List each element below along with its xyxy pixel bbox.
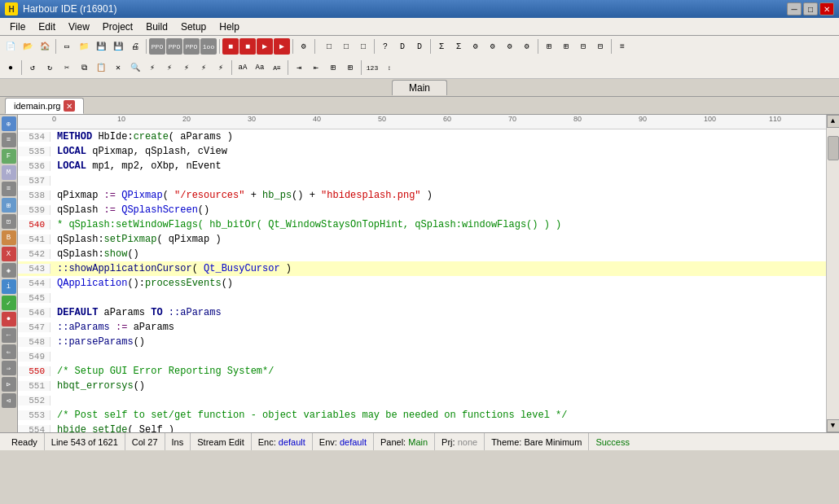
sidebar-btn-5[interactable]: ≡ xyxy=(2,182,16,196)
tb-extra1[interactable]: Σ xyxy=(433,38,450,55)
tb-debug1[interactable]: D xyxy=(394,38,411,55)
line-number: 536 xyxy=(18,161,51,171)
tb-extra6[interactable]: ⚙ xyxy=(519,38,535,55)
sidebar-btn-10[interactable]: ◈ xyxy=(2,263,16,278)
tb2-extra6[interactable]: ⊞ xyxy=(325,59,341,76)
tb-build3[interactable]: ▶ xyxy=(257,38,273,55)
menu-build[interactable]: Build xyxy=(139,20,174,34)
tb2-indent1[interactable]: ⇥ xyxy=(291,59,307,76)
tb2-extra3[interactable]: ⚡ xyxy=(178,59,195,76)
status-prj: Prj: none xyxy=(435,433,485,450)
sidebar-btn-2[interactable]: ≡ xyxy=(2,133,16,147)
main-area-label: Main xyxy=(392,80,447,95)
tb-extra4[interactable]: ⚙ xyxy=(485,38,501,55)
tb-extra5[interactable]: ⚙ xyxy=(502,38,518,55)
sidebar-btn-9[interactable]: X xyxy=(2,247,16,261)
menu-view[interactable]: View xyxy=(62,20,96,34)
maximize-button[interactable]: □ xyxy=(803,2,818,15)
tb-grid3[interactable]: ⊟ xyxy=(575,38,591,55)
tb-ext1[interactable]: ⚙ xyxy=(296,38,312,55)
sidebar-btn-17[interactable]: ⊳ xyxy=(2,377,16,392)
sidebar-btn-15[interactable]: ⇐ xyxy=(2,344,16,359)
sidebar-btn-4[interactable]: M xyxy=(2,165,16,180)
tb2-icon1[interactable]: ● xyxy=(2,59,19,76)
scroll-thumb[interactable] xyxy=(828,136,839,160)
tb2-redo[interactable]: ↻ xyxy=(42,59,58,76)
scroll-up-arrow[interactable]: ▲ xyxy=(827,115,840,128)
tb2-copy[interactable]: ⧉ xyxy=(76,59,92,76)
menu-project[interactable]: Project xyxy=(96,20,139,34)
toolbar-row-1: 📄 📂 🏠 ▭ 📁 💾 💾 🖨 PPO PPO PPO 1oo ■ ■ ▶ ▶ … xyxy=(0,36,839,57)
sidebar-btn-11[interactable]: i xyxy=(2,279,16,294)
tb2-num1[interactable]: 123 xyxy=(364,59,380,76)
menu-edit[interactable]: Edit xyxy=(32,20,62,34)
tb2-undo[interactable]: ↺ xyxy=(24,59,41,76)
tb2-cut[interactable]: ✂ xyxy=(59,59,75,76)
tb2-del[interactable]: ✕ xyxy=(110,59,126,76)
tab-close-button[interactable]: ✕ xyxy=(64,100,75,112)
tb-view2[interactable]: □ xyxy=(338,38,354,55)
tb2-num2[interactable]: ↕ xyxy=(381,59,398,76)
editor-tab-idemain[interactable]: idemain.prg ✕ xyxy=(5,98,84,114)
close-button[interactable]: ✕ xyxy=(819,2,834,15)
tb2-extra1[interactable]: ⚡ xyxy=(144,59,160,76)
sidebar-btn-6[interactable]: ⊞ xyxy=(2,198,16,213)
sidebar-btn-1[interactable]: ⊕ xyxy=(2,116,16,131)
tb-open[interactable]: 📁 xyxy=(76,38,92,55)
tb-debug2[interactable]: D xyxy=(411,38,428,55)
tb2-aa3[interactable]: A≡ xyxy=(269,59,285,76)
tb2-aa1[interactable]: aA xyxy=(235,59,251,76)
menu-file[interactable]: File xyxy=(3,20,32,34)
tb-new-file[interactable]: 📄 xyxy=(2,38,19,55)
line-content: LOCAL qPixmap, qSplash, cView xyxy=(51,146,227,157)
tb2-aa2[interactable]: Aa xyxy=(252,59,268,76)
tb-compile3[interactable]: PPO xyxy=(183,38,200,55)
menu-help[interactable]: Help xyxy=(213,20,246,34)
tb-open-file[interactable]: 📂 xyxy=(20,38,36,55)
tb-build1[interactable]: ■ xyxy=(222,38,239,55)
minimize-button[interactable]: ─ xyxy=(787,2,802,15)
tb-print[interactable]: 🖨 xyxy=(127,38,143,55)
tb-help[interactable]: ? xyxy=(377,38,393,55)
tb-home[interactable]: 🏠 xyxy=(37,38,53,55)
tb-extra3[interactable]: ⚙ xyxy=(468,38,484,55)
sidebar-btn-12[interactable]: ✓ xyxy=(2,296,16,310)
sidebar-btn-16[interactable]: ⇒ xyxy=(2,361,16,375)
tb-extra2[interactable]: Σ xyxy=(450,38,467,55)
tb-compile1[interactable]: PPO xyxy=(149,38,165,55)
sidebar-btn-13[interactable]: ● xyxy=(2,312,16,327)
tb-new[interactable]: ▭ xyxy=(59,38,75,55)
code-scroll-area[interactable]: 534METHOD HbIde:create( aParams )535 LOC… xyxy=(18,129,826,432)
sidebar-btn-8[interactable]: B xyxy=(2,230,16,245)
ruler-60: 60 xyxy=(443,115,451,123)
tb2-extra7[interactable]: ⊞ xyxy=(342,59,358,76)
menu-setup[interactable]: Setup xyxy=(174,20,213,34)
tb-grid2[interactable]: ⊞ xyxy=(558,38,574,55)
sidebar-btn-18[interactable]: ⊲ xyxy=(2,393,16,408)
tb-build4[interactable]: ▶ xyxy=(274,38,290,55)
tb2-extra2[interactable]: ⚡ xyxy=(161,59,178,76)
tb2-find[interactable]: 🔍 xyxy=(127,59,143,76)
scroll-track[interactable] xyxy=(827,128,840,419)
tb-grid4[interactable]: ⊟ xyxy=(592,38,608,55)
tb-compile2[interactable]: PPO xyxy=(166,38,182,55)
tb-save[interactable]: 💾 xyxy=(93,38,109,55)
tb2-paste[interactable]: 📋 xyxy=(93,59,109,76)
tb-last1[interactable]: ≡ xyxy=(614,38,630,55)
sidebar-btn-14[interactable]: ← xyxy=(2,328,16,343)
tb-view3[interactable]: □ xyxy=(355,38,371,55)
tb-grid1[interactable]: ⊞ xyxy=(541,38,557,55)
code-line-551: 551 hbqt_errorsys() xyxy=(18,379,826,393)
scroll-down-arrow[interactable]: ▼ xyxy=(827,419,840,432)
tb2-indent2[interactable]: ⇤ xyxy=(308,59,324,76)
tb-compile4[interactable]: 1oo xyxy=(200,38,217,55)
tb-build2[interactable]: ■ xyxy=(239,38,256,55)
sidebar-btn-7[interactable]: ⊡ xyxy=(2,214,16,229)
sidebar-btn-3[interactable]: F xyxy=(2,149,16,164)
tb-saveall[interactable]: 💾 xyxy=(110,38,126,55)
tb2-extra4[interactable]: ⚡ xyxy=(195,59,212,76)
tb2-extra5[interactable]: ⚡ xyxy=(213,59,229,76)
line-number: 537 xyxy=(18,176,51,186)
tb-view1[interactable]: □ xyxy=(321,38,337,55)
code-line-540: 540 * qSplash:setWindowFlags( hb_bitOr( … xyxy=(18,217,826,232)
